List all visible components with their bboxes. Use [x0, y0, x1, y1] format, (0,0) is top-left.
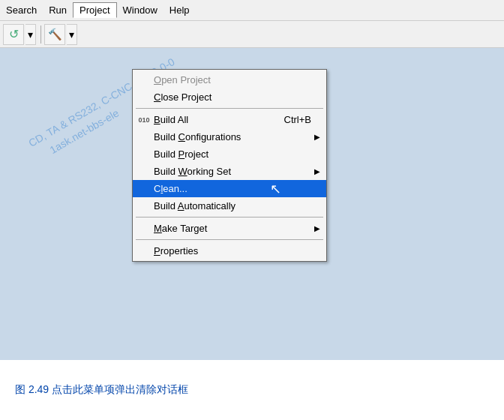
menu-item-build-project[interactable]: Build Project: [133, 146, 326, 163]
menu-item-open-project[interactable]: Open Project: [133, 71, 326, 88]
cursor-icon: ↖: [270, 181, 281, 197]
toolbar-btn-tool[interactable]: 🔨: [44, 24, 65, 45]
menubar-item-run[interactable]: Run: [43, 3, 73, 17]
build-working-set-label: Build Working Set: [154, 166, 231, 177]
menu-separator-2: [136, 217, 323, 218]
caption-text: 图 2.49 点击此菜单项弹出清除对话框: [15, 383, 188, 397]
build-project-label: Build Project: [154, 148, 208, 160]
menu-item-build-automatically[interactable]: Build Automatically: [133, 197, 326, 214]
build-all-icon: 010: [137, 116, 151, 124]
submenu-arrow-icon-3: ▶: [314, 224, 320, 232]
toolbar-btn-back[interactable]: ↺: [3, 24, 24, 45]
menu-item-build-configurations[interactable]: Build Configurations ▶: [133, 128, 326, 146]
build-all-shortcut: Ctrl+B: [262, 114, 311, 125]
close-project-label: Close Project: [154, 92, 212, 103]
menubar: Search Run Project Window Help: [0, 0, 504, 21]
menu-separator-3: [136, 239, 323, 240]
toolbar: ↺ ▾ 🔨 ▾: [0, 21, 504, 48]
back-icon: ↺: [9, 27, 19, 41]
submenu-arrow-icon-2: ▶: [314, 167, 320, 176]
main-area: CD, TA & RS232, C-CNC, 0-0-0-0-0 1ask.ne…: [0, 48, 504, 360]
toolbar-btn-dropdown-back[interactable]: ▾: [26, 24, 36, 45]
menubar-item-project[interactable]: Project: [73, 2, 116, 18]
caption-area: 图 2.49 点击此菜单项弹出清除对话框: [0, 360, 504, 420]
chevron-down-icon: ▾: [28, 28, 33, 40]
project-dropdown-menu: Open Project Close Project 010 Build All…: [132, 69, 327, 262]
menubar-label-search: Search: [6, 4, 37, 16]
build-all-label: Build All: [154, 114, 188, 125]
build-automatically-label: Build Automatically: [154, 200, 236, 212]
submenu-arrow-icon: ▶: [314, 133, 320, 141]
toolbar-btn-dropdown-tool[interactable]: ▾: [67, 24, 77, 45]
open-project-label: Open Project: [154, 74, 211, 86]
menu-item-build-working-set[interactable]: Build Working Set ▶: [133, 163, 326, 180]
chevron-down-icon-2: ▾: [69, 28, 74, 40]
menubar-item-window[interactable]: Window: [117, 3, 164, 17]
make-target-label: Make Target: [154, 223, 207, 234]
menubar-label-help: Help: [170, 4, 190, 16]
menu-item-close-project[interactable]: Close Project: [133, 88, 326, 106]
menu-item-build-all[interactable]: 010 Build All Ctrl+B: [133, 111, 326, 128]
menu-item-clean[interactable]: Clean... ↖: [133, 180, 326, 197]
clean-label: Clean...: [154, 183, 188, 194]
menu-item-make-target[interactable]: Make Target ▶: [133, 220, 326, 237]
build-configurations-label: Build Configurations: [154, 131, 241, 142]
menu-item-properties[interactable]: Properties: [133, 242, 326, 260]
menubar-label-project: Project: [80, 4, 110, 16]
menubar-label-window: Window: [123, 4, 158, 16]
menubar-item-help[interactable]: Help: [164, 3, 196, 17]
menu-separator-1: [136, 108, 323, 109]
hammer-icon: 🔨: [48, 28, 62, 41]
menubar-item-search[interactable]: Search: [0, 3, 43, 17]
menubar-label-run: Run: [49, 4, 67, 16]
properties-label: Properties: [154, 245, 198, 256]
toolbar-separator-1: [40, 26, 41, 44]
